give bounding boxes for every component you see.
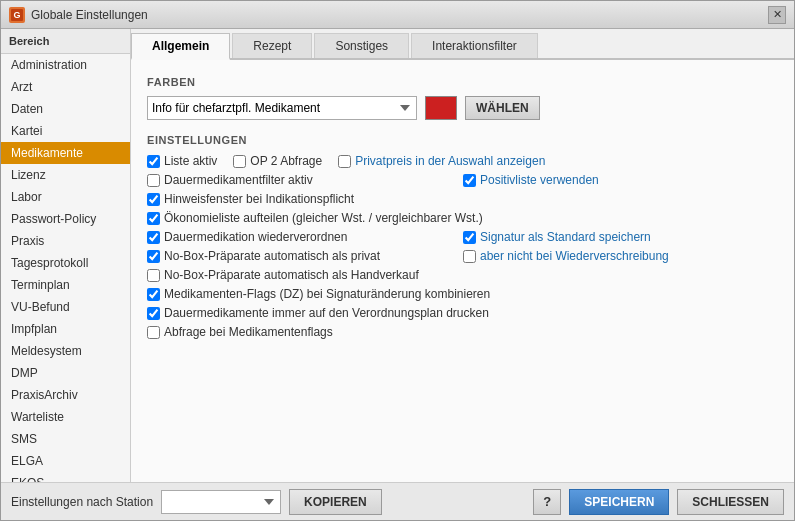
checkbox-label-cb9: Signatur als Standard speichern — [480, 230, 651, 244]
sidebar-item-meldesystem[interactable]: Meldesystem — [1, 340, 130, 362]
checkbox-item-cb5[interactable]: Positivliste verwenden — [463, 173, 599, 187]
checkbox-label-cb5: Positivliste verwenden — [480, 173, 599, 187]
checkbox-item-cb1[interactable]: Liste aktiv — [147, 154, 217, 168]
checkbox-item-cb10[interactable]: No-Box-Präparate automatisch als privat — [147, 249, 447, 263]
tab-allgemein[interactable]: Allgemein — [131, 33, 230, 60]
close-button-footer[interactable]: SCHLIESSEN — [677, 489, 784, 515]
sidebar-item-tagesprotokoll[interactable]: Tagesprotokoll — [1, 252, 130, 274]
checkbox-row-8: Medikamenten-Flags (DZ) bei Signaturände… — [147, 287, 778, 301]
checkbox-cb4[interactable] — [147, 174, 160, 187]
checkbox-label-cb6: Hinweisfenster bei Indikationspflicht — [164, 192, 354, 206]
sidebar-list: AdministrationArztDatenKarteiMedikamente… — [1, 54, 130, 482]
sidebar-item-administration[interactable]: Administration — [1, 54, 130, 76]
color-row: Info für chefarztpfl. Medikament WÄHLEN — [147, 96, 778, 120]
main-panel: AllgemeinRezeptSonstigesInteraktionsfilt… — [131, 29, 794, 482]
checkbox-cb2[interactable] — [233, 155, 246, 168]
checkbox-item-cb7[interactable]: Ökonomieliste aufteilen (gleicher Wst. /… — [147, 211, 483, 225]
main-window: G Globale Einstellungen ✕ Bereich Admini… — [0, 0, 795, 521]
checkbox-item-cb3[interactable]: Privatpreis in der Auswahl anzeigen — [338, 154, 545, 168]
sidebar-item-sms[interactable]: SMS — [1, 428, 130, 450]
sidebar-item-terminplan[interactable]: Terminplan — [1, 274, 130, 296]
titlebar: G Globale Einstellungen ✕ — [1, 1, 794, 29]
sidebar-item-praxis[interactable]: Praxis — [1, 230, 130, 252]
sidebar-item-daten[interactable]: Daten — [1, 98, 130, 120]
tab-sonstiges[interactable]: Sonstiges — [314, 33, 409, 58]
sidebar-header: Bereich — [1, 29, 130, 54]
checkbox-cb10[interactable] — [147, 250, 160, 263]
tab-rezept[interactable]: Rezept — [232, 33, 312, 58]
color-dropdown[interactable]: Info für chefarztpfl. Medikament — [147, 96, 417, 120]
checkbox-item-cb8[interactable]: Dauermedikation wiederverordnen — [147, 230, 447, 244]
checkbox-label-cb14: Dauermedikamente immer auf den Verordnun… — [164, 306, 489, 320]
checkbox-item-cb6[interactable]: Hinweisfenster bei Indikationspflicht — [147, 192, 354, 206]
sidebar-item-elga[interactable]: ELGA — [1, 450, 130, 472]
sidebar-item-passwort-policy[interactable]: Passwort-Policy — [1, 208, 130, 230]
checkbox-cb5[interactable] — [463, 174, 476, 187]
colors-section-label: FARBEN — [147, 76, 778, 88]
checkbox-item-cb11[interactable]: aber nicht bei Wiederverschreibung — [463, 249, 669, 263]
checkbox-label-cb15: Abfrage bei Medikamentenflags — [164, 325, 333, 339]
svg-text:G: G — [13, 10, 20, 20]
checkbox-cb9[interactable] — [463, 231, 476, 244]
checkbox-cb6[interactable] — [147, 193, 160, 206]
footer: Einstellungen nach Station KOPIEREN ? SP… — [1, 482, 794, 520]
checkbox-label-cb1: Liste aktiv — [164, 154, 217, 168]
checkbox-item-cb2[interactable]: OP 2 Abfrage — [233, 154, 322, 168]
color-choose-button[interactable]: WÄHLEN — [465, 96, 540, 120]
sidebar-item-impfplan[interactable]: Impfplan — [1, 318, 130, 340]
checkbox-item-cb13[interactable]: Medikamenten-Flags (DZ) bei Signaturände… — [147, 287, 490, 301]
checkbox-label-cb10: No-Box-Präparate automatisch als privat — [164, 249, 380, 263]
station-label: Einstellungen nach Station — [11, 495, 153, 509]
checkbox-label-cb3: Privatpreis in der Auswahl anzeigen — [355, 154, 545, 168]
sidebar-item-dmp[interactable]: DMP — [1, 362, 130, 384]
color-swatch — [425, 96, 457, 120]
checkbox-row-5: Dauermedikation wiederverordnenSignatur … — [147, 230, 778, 244]
checkbox-label-cb8: Dauermedikation wiederverordnen — [164, 230, 347, 244]
checkbox-cb1[interactable] — [147, 155, 160, 168]
checkbox-cb14[interactable] — [147, 307, 160, 320]
checkbox-item-cb15[interactable]: Abfrage bei Medikamentenflags — [147, 325, 333, 339]
checkbox-row-2: Dauermedikamentfilter aktivPositivliste … — [147, 173, 778, 187]
checkbox-item-cb14[interactable]: Dauermedikamente immer auf den Verordnun… — [147, 306, 489, 320]
sidebar-item-ekos[interactable]: EKOS — [1, 472, 130, 482]
checkbox-row-1: Liste aktivOP 2 AbfragePrivatpreis in de… — [147, 154, 778, 168]
checkbox-item-cb12[interactable]: No-Box-Präparate automatisch als Handver… — [147, 268, 419, 282]
checkbox-label-cb7: Ökonomieliste aufteilen (gleicher Wst. /… — [164, 211, 483, 225]
sidebar-item-lizenz[interactable]: Lizenz — [1, 164, 130, 186]
station-dropdown[interactable] — [161, 490, 281, 514]
checkbox-label-cb12: No-Box-Präparate automatisch als Handver… — [164, 268, 419, 282]
sidebar-item-kartei[interactable]: Kartei — [1, 120, 130, 142]
checkbox-row-7: No-Box-Präparate automatisch als Handver… — [147, 268, 778, 282]
settings-section-label: EINSTELLUNGEN — [147, 134, 778, 146]
sidebar-item-warteliste[interactable]: Warteliste — [1, 406, 130, 428]
checkbox-cb11[interactable] — [463, 250, 476, 263]
sidebar-item-medikamente[interactable]: Medikamente — [1, 142, 130, 164]
settings-content: FARBEN Info für chefarztpfl. Medikament … — [131, 60, 794, 482]
sidebar-item-vu-befund[interactable]: VU-Befund — [1, 296, 130, 318]
checkbox-label-cb2: OP 2 Abfrage — [250, 154, 322, 168]
tab-interaktionsfilter[interactable]: Interaktionsfilter — [411, 33, 538, 58]
checkbox-row-10: Abfrage bei Medikamentenflags — [147, 325, 778, 339]
checkbox-cb13[interactable] — [147, 288, 160, 301]
checkbox-cb8[interactable] — [147, 231, 160, 244]
close-button[interactable]: ✕ — [768, 6, 786, 24]
checkbox-row-4: Ökonomieliste aufteilen (gleicher Wst. /… — [147, 211, 778, 225]
checkbox-cb12[interactable] — [147, 269, 160, 282]
sidebar-item-praxisarchiv[interactable]: PraxisArchiv — [1, 384, 130, 406]
help-button[interactable]: ? — [533, 489, 561, 515]
checkbox-row-6: No-Box-Präparate automatisch als privata… — [147, 249, 778, 263]
checkbox-item-cb4[interactable]: Dauermedikamentfilter aktiv — [147, 173, 447, 187]
checkbox-cb15[interactable] — [147, 326, 160, 339]
save-button[interactable]: SPEICHERN — [569, 489, 669, 515]
checkbox-label-cb13: Medikamenten-Flags (DZ) bei Signaturände… — [164, 287, 490, 301]
checkbox-item-cb9[interactable]: Signatur als Standard speichern — [463, 230, 651, 244]
copy-button[interactable]: KOPIEREN — [289, 489, 382, 515]
checkbox-cb7[interactable] — [147, 212, 160, 225]
checkbox-label-cb4: Dauermedikamentfilter aktiv — [164, 173, 313, 187]
sidebar-item-arzt[interactable]: Arzt — [1, 76, 130, 98]
sidebar-item-labor[interactable]: Labor — [1, 186, 130, 208]
checkbox-cb3[interactable] — [338, 155, 351, 168]
checkboxes-section: Liste aktivOP 2 AbfragePrivatpreis in de… — [147, 154, 778, 339]
checkbox-row-3: Hinweisfenster bei Indikationspflicht — [147, 192, 778, 206]
checkbox-label-cb11: aber nicht bei Wiederverschreibung — [480, 249, 669, 263]
